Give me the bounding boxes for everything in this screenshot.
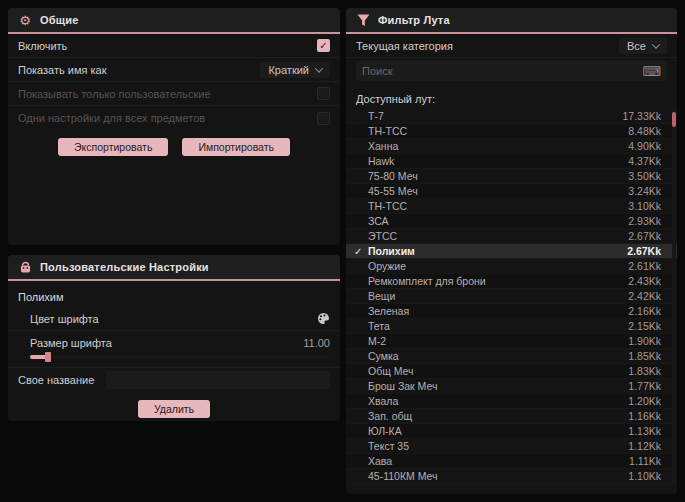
loot-row[interactable]: ✓Полихим2.67Kk (346, 244, 677, 259)
loot-scrollbar-track[interactable] (672, 109, 676, 484)
loot-row[interactable]: ТН-ТСС8.48Kk (346, 124, 677, 139)
loot-item-value: 2.16Kk (628, 305, 661, 317)
loot-item-value: 17.33Kk (622, 110, 661, 122)
only-custom-row[interactable]: Показывать только пользовательские (8, 82, 340, 106)
show-name-dropdown[interactable]: Краткий (260, 62, 330, 78)
delete-row: Удалить (8, 392, 340, 418)
loot-item-value: 1.16Kk (628, 410, 661, 422)
loot-item-name: Хвала (368, 395, 628, 407)
category-dropdown[interactable]: Все (619, 38, 667, 54)
loot-item-value: 3.24Kk (628, 185, 661, 197)
loot-row[interactable]: Тета2.15Kk (346, 319, 677, 334)
category-row: Текущая категория Все (346, 34, 677, 58)
loot-item-value: 1.12Kk (628, 440, 661, 452)
same-settings-label: Одни настройки для всех предметов (18, 112, 205, 124)
loot-item-value: 2.93Kk (628, 215, 661, 227)
show-name-label: Показать имя как (18, 64, 107, 76)
loot-row[interactable]: Зап. общ1.16Kk (346, 409, 677, 424)
search-input[interactable] (362, 65, 636, 77)
search-box[interactable]: ⌨ (356, 61, 667, 81)
loot-item-value: 2.15Kk (628, 320, 661, 332)
loot-row[interactable]: ЗСА2.93Kk (346, 214, 677, 229)
general-panel-title: Общие (40, 14, 79, 26)
loot-item-value: 1.85Kk (628, 350, 661, 362)
font-color-row[interactable]: Цвет шрифта (8, 307, 340, 331)
same-settings-row[interactable]: Одни настройки для всех предметов (8, 106, 340, 130)
enable-row[interactable]: Включить ✓ (8, 34, 340, 58)
enable-label: Включить (18, 40, 67, 52)
show-name-dropdown-value: Краткий (268, 64, 309, 76)
loot-row[interactable]: Т-717.33Kk (346, 109, 677, 124)
chevron-down-icon (652, 40, 660, 48)
loot-item-value: 3.10Kk (628, 200, 661, 212)
loot-row[interactable]: Брош Зак Меч1.77Kk (346, 379, 677, 394)
export-import-row: Экспортировать Импортировать (8, 130, 340, 156)
loot-row[interactable]: Hawk4.37Kk (346, 154, 677, 169)
loot-filter-title: Фильтр Лута (378, 14, 450, 26)
loot-item-name: 75-80 Меч (368, 170, 628, 182)
same-settings-checkbox[interactable] (317, 112, 330, 125)
chevron-down-icon (315, 64, 323, 72)
loot-row[interactable]: 45-110КМ Меч1.10Kk (346, 469, 677, 484)
loot-item-name: Т-7 (368, 110, 622, 122)
loot-scrollbar-thumb[interactable] (672, 112, 676, 127)
user-settings-panel: Пользовательские Настройки Полихим Цвет … (8, 255, 340, 421)
only-custom-checkbox[interactable] (317, 87, 330, 100)
import-button[interactable]: Импортировать (182, 138, 290, 156)
loot-row[interactable]: ЭТСС2.67Kk (346, 229, 677, 244)
font-size-slider[interactable] (30, 355, 330, 359)
category-dropdown-value: Все (627, 40, 646, 52)
loot-row[interactable]: Ремкомплект для брони2.43Kk (346, 274, 677, 289)
loot-row[interactable]: Зеленая2.16Kk (346, 304, 677, 319)
loot-row[interactable]: Хава1.11Kk (346, 454, 677, 469)
loot-item-name: 45-110КМ Меч (368, 470, 628, 482)
loot-row[interactable]: Сумка1.85Kk (346, 349, 677, 364)
custom-name-label: Свое название (18, 374, 94, 386)
enable-checkbox[interactable]: ✓ (317, 39, 330, 52)
loot-item-name: Тета (368, 320, 628, 332)
loot-filter-header: Фильтр Лута (346, 8, 677, 34)
keyboard-icon: ⌨ (642, 65, 661, 78)
funnel-icon (356, 13, 370, 27)
loot-item-value: 2.61Kk (628, 260, 661, 272)
check-icon: ✓ (354, 246, 368, 257)
loot-item-value: 1.90Kk (628, 335, 661, 347)
loot-item-name: Хава (368, 455, 629, 467)
loot-item-name: ТН-ТСС (368, 125, 628, 137)
loot-row[interactable]: Вещи2.42Kk (346, 289, 677, 304)
loot-item-name: Ханна (368, 140, 628, 152)
user-settings-title: Пользовательские Настройки (40, 261, 209, 273)
loot-row[interactable]: 45-55 Меч3.24Kk (346, 184, 677, 199)
font-color-label: Цвет шрифта (30, 313, 99, 325)
loot-row[interactable]: Оружие2.61Kk (346, 259, 677, 274)
export-button[interactable]: Экспортировать (58, 138, 168, 156)
slider-handle[interactable] (45, 352, 51, 362)
general-panel-header: ⚙ Общие (8, 8, 340, 34)
loot-row[interactable]: М-21.90Kk (346, 334, 677, 349)
loot-row[interactable]: Текст 351.12Kk (346, 439, 677, 454)
general-panel: ⚙ Общие Включить ✓ Показать имя как Крат… (8, 8, 340, 245)
loot-list: Т-717.33KkТН-ТСС8.48KkХанна4.90KkHawk4.3… (346, 109, 677, 484)
loot-row[interactable]: Хвала1.20Kk (346, 394, 677, 409)
bag-icon (18, 260, 32, 274)
custom-name-row: Свое название (8, 368, 340, 392)
loot-filter-panel: Фильтр Лута Текущая категория Все ⌨ Дост… (346, 8, 677, 494)
loot-row[interactable]: ТН-ТСС3.10Kk (346, 199, 677, 214)
loot-item-name: Hawk (368, 155, 628, 167)
available-loot-label: Доступный лут: (346, 87, 677, 109)
font-size-row: Размер шрифта 11.00 (8, 331, 340, 368)
delete-button[interactable]: Удалить (138, 400, 210, 418)
loot-row[interactable]: ЮЛ-КА1.13Kk (346, 424, 677, 439)
loot-item-name: ТН-ТСС (368, 200, 628, 212)
loot-item-name: Брош Зак Меч (368, 380, 628, 392)
loot-row[interactable]: Ханна4.90Kk (346, 139, 677, 154)
category-label: Текущая категория (356, 40, 453, 52)
loot-item-name: Полихим (368, 245, 627, 257)
loot-item-name: Ремкомплект для брони (368, 275, 628, 287)
loot-row[interactable]: Общ Меч1.83Kk (346, 364, 677, 379)
palette-icon[interactable] (317, 312, 330, 325)
loot-row[interactable]: 75-80 Меч3.50Kk (346, 169, 677, 184)
loot-item-name: ЗСА (368, 215, 628, 227)
loot-item-value: 1.13Kk (628, 425, 661, 437)
custom-name-input[interactable] (106, 371, 330, 389)
